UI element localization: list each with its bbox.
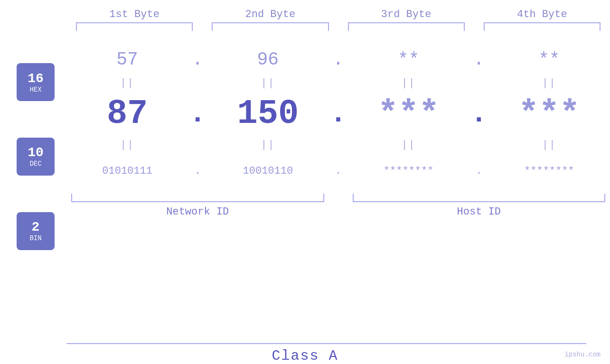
dec-sep2: . [329, 98, 348, 130]
eq2-cell1: || [66, 139, 188, 151]
bracket-byte2 [212, 22, 328, 31]
bin-byte1-cell: 01010111 [66, 165, 188, 177]
badge-hex-label: HEX [29, 86, 41, 93]
bottom-brackets-row [66, 194, 610, 202]
top-brackets [0, 22, 610, 31]
watermark: ipshu.com [564, 351, 601, 358]
badge-bin-num: 2 [32, 220, 40, 234]
byte-headers: 1st Byte 2nd Byte 3rd Byte 4th Byte [0, 9, 610, 20]
hex-byte4-value: ** [538, 49, 560, 70]
badge-dec-label: DEC [29, 160, 41, 168]
values-area: 57 . 96 . ** . ** [66, 36, 610, 218]
eq-row-1: || || || || [66, 76, 610, 90]
eq1-cell1: || [66, 77, 188, 89]
hex-byte1-cell: 57 [66, 49, 188, 70]
hex-byte2-value: 96 [257, 49, 279, 70]
bracket-byte4 [484, 22, 601, 31]
bin-byte4-value: ******** [524, 165, 574, 177]
badge-hex-num: 16 [28, 71, 44, 86]
bin-sep1: . [188, 165, 207, 177]
bracket-byte1 [76, 22, 193, 31]
hex-byte1-value: 57 [116, 49, 138, 70]
dec-byte4-cell: *** [488, 94, 610, 133]
byte2-header: 2nd Byte [202, 9, 338, 20]
bottom-section: Network ID Host ID [66, 194, 610, 218]
bin-row: 01010111 . 10010110 . ******** . [66, 152, 610, 190]
byte1-header: 1st Byte [66, 9, 202, 20]
bin-byte2-cell: 10010110 [207, 165, 328, 177]
dec-row: 87 . 150 . *** . *** [66, 90, 610, 138]
hex-byte4-cell: ** [488, 49, 610, 70]
host-id-bracket [353, 194, 606, 202]
badge-dec-num: 10 [28, 145, 44, 160]
id-labels-row: Network ID Host ID [66, 206, 610, 218]
network-id-bracket [71, 194, 324, 202]
class-row: Class A [0, 343, 610, 364]
hex-byte3-cell: ** [348, 49, 469, 70]
hex-sep2: . [329, 49, 348, 70]
badge-bin-label: BIN [29, 234, 41, 242]
hex-sep3: . [469, 49, 488, 70]
eq-row-2: || || || || [66, 138, 610, 152]
eq1-cell2: || [207, 77, 328, 89]
bin-sep2: . [329, 165, 348, 177]
badge-dec: 10 DEC [17, 138, 55, 176]
eq1-cell4: || [488, 77, 610, 89]
eq2-cell2: || [207, 139, 328, 151]
dec-byte1-value: 87 [107, 94, 148, 133]
hex-byte3-value: ** [398, 49, 420, 70]
bracket-byte3 [348, 22, 465, 31]
dec-byte1-cell: 87 [66, 94, 188, 133]
dec-byte4-value: *** [518, 94, 580, 133]
dec-byte3-value: *** [378, 94, 440, 133]
dec-sep3: . [469, 98, 488, 130]
host-id-label: Host ID [457, 206, 501, 218]
badge-hex: 16 HEX [17, 63, 55, 101]
byte4-header: 4th Byte [474, 9, 610, 20]
network-id-label: Network ID [166, 206, 229, 218]
bin-byte3-value: ******** [384, 165, 434, 177]
dec-sep1: . [188, 98, 207, 130]
bin-byte3-cell: ******** [348, 165, 469, 177]
bin-byte2-value: 10010110 [243, 165, 293, 177]
eq1-cell3: || [348, 77, 469, 89]
dec-byte2-value: 150 [237, 94, 299, 133]
main-grid: 16 HEX 10 DEC 2 BIN 57 . [0, 36, 610, 338]
bin-byte4-cell: ******** [488, 165, 610, 177]
dec-byte3-cell: *** [348, 94, 469, 133]
eq2-cell3: || [348, 139, 469, 151]
eq2-cell4: || [488, 139, 610, 151]
main-container: 1st Byte 2nd Byte 3rd Byte 4th Byte 16 H… [0, 0, 610, 364]
badge-bin: 2 BIN [17, 212, 55, 250]
bin-byte1-value: 01010111 [102, 165, 152, 177]
dec-byte2-cell: 150 [207, 94, 328, 133]
hex-sep1: . [188, 49, 207, 70]
hex-row: 57 . 96 . ** . ** [66, 43, 610, 76]
hex-byte2-cell: 96 [207, 49, 328, 70]
class-label: Class A [272, 348, 338, 364]
byte3-header: 3rd Byte [338, 9, 474, 20]
bin-sep3: . [469, 165, 488, 177]
badges-column: 16 HEX 10 DEC 2 BIN [5, 36, 66, 268]
